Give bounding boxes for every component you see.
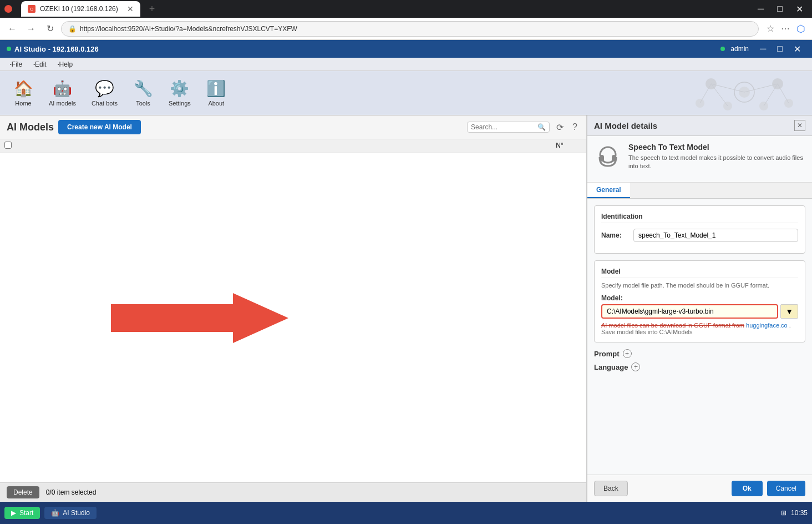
address-bar: ← → ↻ 🔒 https://localhost:9520/AI+Studio… <box>0 18 812 40</box>
detail-footer: Back Ok Cancel <box>587 475 812 502</box>
select-all-checkbox[interactable] <box>4 142 12 149</box>
toolbar-home-btn[interactable]: 🏠 Home <box>7 76 40 110</box>
taskbar-app-label: AI Studio <box>63 509 90 517</box>
ai-studio-taskbar-btn[interactable]: 🤖 AI Studio <box>44 507 97 519</box>
svg-line-12 <box>778 84 789 103</box>
app-minimize-btn[interactable]: ─ <box>755 43 770 56</box>
panel-content <box>0 153 586 482</box>
tab-favicon: O <box>28 5 35 13</box>
detail-title: AI Model details <box>594 121 657 130</box>
model-description: Speech To Text Model The speech to text … <box>628 143 805 171</box>
model-input-row: ▼ <box>601 304 798 319</box>
svg-marker-14 <box>111 293 288 343</box>
model-hint-text: AI model files can be download in GGUF f… <box>601 322 744 329</box>
col-name-header <box>21 142 537 150</box>
app-titlebar: AI Studio - 192.168.0.126 admin ─ □ ✕ <box>0 40 812 58</box>
identification-section: Identification Name: <box>594 205 805 254</box>
col-checkbox <box>4 142 21 150</box>
tools-label: Tools <box>136 100 150 107</box>
create-ai-model-btn[interactable]: Create new AI Model <box>58 120 141 134</box>
table-header: N° <box>0 139 586 153</box>
prompt-label: Prompt <box>594 350 620 358</box>
prompt-section[interactable]: Prompt + <box>594 349 805 358</box>
ai-models-icon: 🤖 <box>53 79 72 98</box>
active-tab[interactable]: O OZEKI 10 (192.168.0.126) ✕ <box>21 1 140 17</box>
settings-label: Settings <box>169 100 191 107</box>
home-label: Home <box>15 100 31 107</box>
model-field-label: Model: <box>601 294 623 302</box>
taskbar-app-icon: 🤖 <box>51 509 59 517</box>
close-detail-btn[interactable]: ✕ <box>794 120 805 131</box>
language-section[interactable]: Language + <box>594 362 805 371</box>
start-icon: ▶ <box>11 509 16 517</box>
search-icon[interactable]: 🔍 <box>537 123 546 131</box>
search-input[interactable] <box>471 123 537 131</box>
app-close-btn[interactable]: ✕ <box>789 43 805 56</box>
menu-edit[interactable]: Edit <box>28 58 52 70</box>
name-row: Name: <box>601 229 798 242</box>
profile-btn[interactable]: ⋯ <box>779 21 792 37</box>
taskbar-right: ⊞ 10:35 <box>781 509 808 517</box>
minimize-btn[interactable]: ─ <box>753 3 768 15</box>
new-tab-button[interactable]: + <box>145 3 160 15</box>
panel-footer: Delete 0/0 item selected <box>0 482 586 502</box>
toolbar-tools-btn[interactable]: 🔧 Tools <box>126 76 160 110</box>
chat-bots-label: Chat bots <box>92 100 118 107</box>
extension-btn[interactable]: ⬡ <box>794 21 808 37</box>
name-input[interactable] <box>633 229 798 242</box>
svg-line-10 <box>700 84 711 103</box>
detail-header: AI Model details ✕ <box>587 115 812 136</box>
toolbar-ai-models-btn[interactable]: 🤖 AI models <box>42 76 83 110</box>
ok-btn[interactable]: Ok <box>732 481 763 496</box>
menu-file[interactable]: File <box>4 58 28 70</box>
browser-close-btn[interactable]: ✕ <box>791 3 808 16</box>
user-status-dot <box>720 47 725 51</box>
username: admin <box>730 45 749 53</box>
lock-icon: 🔒 <box>68 25 77 33</box>
app-window-controls: ─ □ ✕ <box>755 43 805 56</box>
language-expand-icon[interactable]: + <box>631 362 640 371</box>
model-browse-btn[interactable]: ▼ <box>780 304 798 319</box>
language-label: Language <box>594 363 628 371</box>
sys-tray-icon: ⊞ <box>781 509 786 517</box>
start-btn[interactable]: ▶ Start <box>4 507 40 519</box>
forward-nav-btn[interactable]: → <box>23 21 39 37</box>
back-btn[interactable]: Back <box>594 481 628 496</box>
browser-titlebar: O OZEKI 10 (192.168.0.126) ✕ + ─ □ ✕ <box>0 0 812 18</box>
tab-title: OZEKI 10 (192.168.0.126) <box>40 5 118 13</box>
model-field-row: Model: <box>601 294 798 302</box>
close-dot[interactable] <box>4 5 12 13</box>
refresh-list-btn[interactable]: ⟳ <box>554 121 566 134</box>
restore-btn[interactable]: □ <box>773 3 787 15</box>
model-path-input[interactable] <box>601 304 778 319</box>
menu-bar: File Edit Help <box>0 58 812 71</box>
help-btn[interactable]: ? <box>570 121 580 133</box>
left-panel: AI Models Create new AI Model 🔍 ⟳ ? N° <box>0 115 587 502</box>
main-content: AI Models Create new AI Model 🔍 ⟳ ? N° <box>0 115 812 502</box>
cancel-btn[interactable]: Cancel <box>767 481 805 496</box>
toolbar-about-btn[interactable]: ℹ️ About <box>200 76 233 110</box>
address-input[interactable]: 🔒 https://localhost:9520/AI+Studio/?a=Mo… <box>61 21 759 37</box>
model-type-name: Speech To Text Model <box>628 143 805 152</box>
empty-content <box>0 153 586 482</box>
model-type-icon <box>594 143 622 175</box>
tab-general[interactable]: General <box>587 183 630 198</box>
menu-help[interactable]: Help <box>52 58 79 70</box>
app-maximize-btn[interactable]: □ <box>773 43 787 56</box>
search-box: 🔍 <box>467 122 550 133</box>
network-graphic <box>683 73 805 113</box>
tab-bar: O OZEKI 10 (192.168.0.126) ✕ <box>21 1 140 17</box>
toolbar: 🏠 Home 🤖 AI models 💬 Chat bots 🔧 Tools ⚙… <box>0 71 812 115</box>
refresh-btn[interactable]: ↻ <box>42 21 58 37</box>
huggingface-link[interactable]: huggingface.co <box>746 322 788 329</box>
toolbar-settings-btn[interactable]: ⚙️ Settings <box>162 76 197 110</box>
delete-btn[interactable]: Delete <box>7 486 39 498</box>
tab-close-btn[interactable]: ✕ <box>127 4 134 13</box>
prompt-expand-icon[interactable]: + <box>623 349 632 358</box>
about-icon: ℹ️ <box>206 79 226 98</box>
star-btn[interactable]: ☆ <box>764 21 777 37</box>
toolbar-chat-bots-btn[interactable]: 💬 Chat bots <box>85 76 124 110</box>
model-section-title: Model <box>601 268 798 278</box>
taskbar: ▶ Start 🤖 AI Studio ⊞ 10:35 <box>0 502 812 524</box>
back-nav-btn[interactable]: ← <box>4 21 20 37</box>
